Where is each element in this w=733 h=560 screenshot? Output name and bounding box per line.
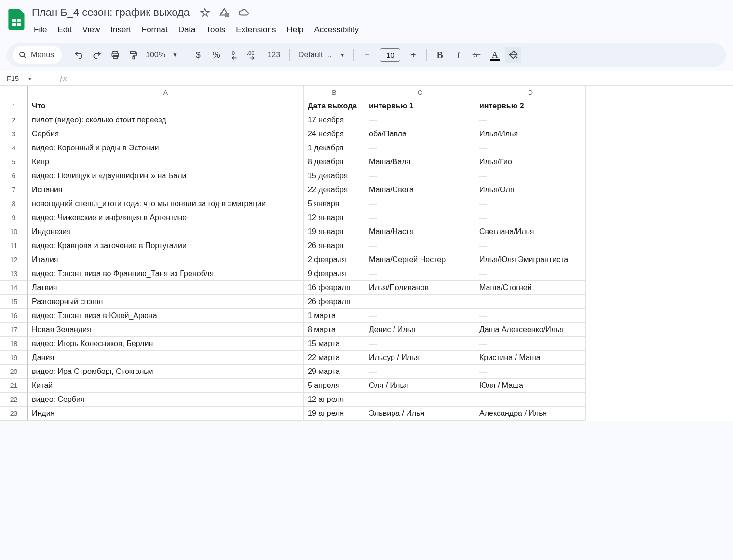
cell[interactable]: Новая Зеландия — [28, 323, 304, 337]
cell[interactable]: 17 ноября — [304, 113, 365, 127]
bold-button[interactable]: B — [432, 47, 448, 63]
row-header[interactable]: 1 — [0, 99, 28, 113]
name-box[interactable]: F15 ▼ — [7, 75, 54, 82]
cell[interactable]: Денис / Илья — [365, 323, 475, 337]
increase-decimal-button[interactable]: .00 — [245, 47, 261, 63]
cell[interactable]: Индия — [28, 407, 304, 421]
cell[interactable]: Маша/Сергей Нестер — [365, 253, 475, 267]
menu-accessibility[interactable]: Accessibility — [309, 22, 364, 38]
row-header[interactable]: 4 — [0, 141, 28, 155]
cell[interactable]: Илья/Гио — [475, 155, 586, 169]
cell[interactable]: Индонезия — [28, 225, 304, 239]
cell[interactable]: Илья/Илья — [475, 127, 586, 141]
row-header[interactable]: 2 — [0, 113, 28, 127]
cell[interactable]: — — [475, 393, 586, 407]
row-header[interactable]: 13 — [0, 267, 28, 281]
cell[interactable]: 12 апреля — [304, 393, 365, 407]
font-size-decrease-button[interactable]: − — [359, 47, 375, 63]
cell[interactable]: Ильсур / Илья — [365, 351, 475, 365]
cell[interactable]: Маша/Валя — [365, 155, 475, 169]
row-header[interactable]: 6 — [0, 169, 28, 183]
cell[interactable]: Маша/Стогней — [475, 281, 586, 295]
cell[interactable]: 19 января — [304, 225, 365, 239]
undo-button[interactable] — [70, 47, 87, 63]
decrease-decimal-button[interactable]: .0 — [227, 47, 243, 63]
font-size-input[interactable]: 10 — [380, 48, 400, 62]
row-header[interactable]: 12 — [0, 253, 28, 267]
col-header-b[interactable]: B — [304, 86, 365, 99]
cell[interactable]: видео: Игорь Колесников, Берлин — [28, 337, 304, 351]
cell[interactable]: — — [475, 267, 586, 281]
cell[interactable]: 2 февраля — [304, 253, 365, 267]
cell[interactable]: 1 марта — [304, 309, 365, 323]
menu-insert[interactable]: Insert — [106, 22, 136, 38]
sheets-logo-icon[interactable] — [7, 7, 26, 33]
menu-tools[interactable]: Tools — [202, 22, 231, 38]
cell[interactable]: Испания — [28, 183, 304, 197]
row-header[interactable]: 20 — [0, 365, 28, 379]
cell[interactable]: пилот (видео): сколько стоит переезд — [28, 113, 304, 127]
cell[interactable]: Оля / Илья — [365, 379, 475, 393]
cell[interactable]: — — [365, 267, 475, 281]
cell[interactable]: оба/Павла — [365, 127, 475, 141]
cell[interactable]: Италия — [28, 253, 304, 267]
star-icon[interactable] — [198, 6, 212, 19]
row-header[interactable]: 16 — [0, 309, 28, 323]
row-header[interactable]: 14 — [0, 281, 28, 295]
row-header[interactable]: 18 — [0, 337, 28, 351]
col-header-c[interactable]: C — [365, 86, 475, 99]
cell[interactable]: — — [365, 393, 475, 407]
format-percent-button[interactable]: % — [208, 47, 225, 63]
zoom-select[interactable]: 100% ▼ — [144, 51, 180, 59]
paint-format-button[interactable] — [125, 47, 142, 63]
cell[interactable]: — — [475, 211, 586, 225]
menu-view[interactable]: View — [78, 22, 105, 38]
cell[interactable]: — — [365, 239, 475, 253]
strikethrough-button[interactable]: S — [468, 47, 485, 63]
cell[interactable]: — — [365, 141, 475, 155]
row-header[interactable]: 19 — [0, 351, 28, 365]
cell[interactable]: 16 февраля — [304, 281, 365, 295]
redo-button[interactable] — [89, 47, 105, 63]
row-header[interactable]: 23 — [0, 407, 28, 421]
cell[interactable]: — — [365, 337, 475, 351]
italic-button[interactable]: I — [450, 47, 466, 63]
menu-edit[interactable]: Edit — [53, 22, 76, 38]
format-currency-button[interactable]: $ — [190, 47, 206, 63]
cell[interactable]: — — [365, 169, 475, 183]
spreadsheet-grid[interactable]: A B C D 1ЧтоДата выходаинтервью 1интервь… — [0, 86, 733, 421]
row-header[interactable]: 11 — [0, 239, 28, 253]
cell[interactable]: видео: Чижевские и инфляция в Аргентине — [28, 211, 304, 225]
menu-help[interactable]: Help — [282, 22, 308, 38]
cloud-status-icon[interactable] — [237, 6, 250, 19]
cell[interactable]: 15 марта — [304, 337, 365, 351]
cell[interactable]: Кипр — [28, 155, 304, 169]
move-icon[interactable] — [217, 6, 231, 19]
cell[interactable]: Дания — [28, 351, 304, 365]
cell[interactable]: Латвия — [28, 281, 304, 295]
print-button[interactable] — [107, 47, 123, 63]
menu-extensions[interactable]: Extensions — [231, 22, 281, 38]
cell[interactable]: видео: Кравцова и заточение в Португалии — [28, 239, 304, 253]
cell[interactable]: 12 января — [304, 211, 365, 225]
cell[interactable]: Эльвира / Илья — [365, 407, 475, 421]
cell[interactable]: 8 декабря — [304, 155, 365, 169]
cell[interactable]: — — [475, 197, 586, 211]
font-select[interactable]: Default ... ▼ — [295, 51, 349, 59]
cell[interactable]: Сербия — [28, 127, 304, 141]
cell[interactable]: — — [475, 239, 586, 253]
font-size-increase-button[interactable]: + — [405, 47, 421, 63]
row-header[interactable]: 15 — [0, 295, 28, 309]
cell[interactable]: — — [365, 211, 475, 225]
row-header[interactable]: 22 — [0, 393, 28, 407]
cell[interactable]: 8 марта — [304, 323, 365, 337]
cell[interactable]: — — [365, 365, 475, 379]
cell[interactable]: 9 февраля — [304, 267, 365, 281]
cell[interactable]: — — [475, 309, 586, 323]
row-header[interactable]: 17 — [0, 323, 28, 337]
cell[interactable]: видео: Тэлэнт виза во Францию_Таня из Гр… — [28, 267, 304, 281]
cell[interactable]: 5 января — [304, 197, 365, 211]
formula-input[interactable] — [70, 72, 733, 85]
cell[interactable]: 24 ноября — [304, 127, 365, 141]
document-title[interactable]: План Б_4 сезон: график выхода — [29, 5, 192, 20]
